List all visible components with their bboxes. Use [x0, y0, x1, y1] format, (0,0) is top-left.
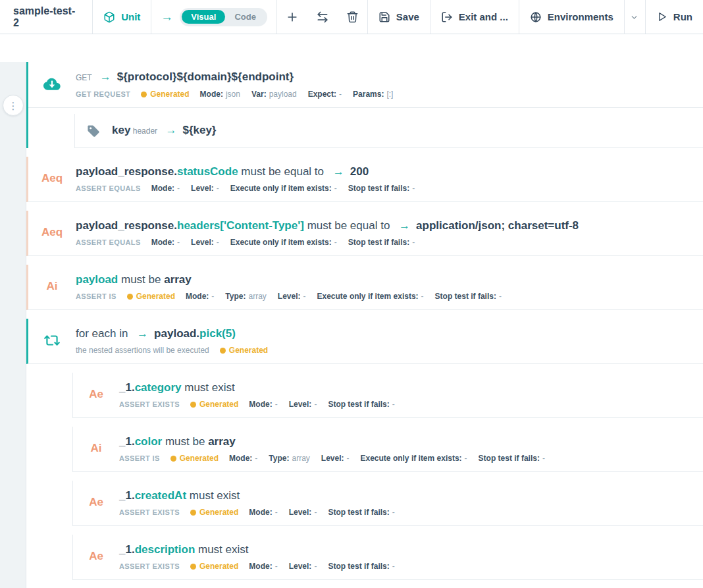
- step-type-caption: ASSERT IS: [76, 292, 117, 300]
- step-assert-is-color[interactable]: Ai _1.color must be array ASSERT IS Gene…: [72, 427, 703, 472]
- assert-badge: Ae: [89, 388, 103, 401]
- step-get-request[interactable]: GET →${protocol}${domain}${endpoint} GET…: [26, 62, 703, 148]
- meta-item: Stop test if fails:-: [328, 562, 394, 571]
- step-content: _1.createdAt must exist ASSERT EXISTS Ge…: [119, 488, 703, 517]
- get-request-row[interactable]: GET →${protocol}${domain}${endpoint} GET…: [28, 62, 703, 108]
- more-options-button[interactable]: ⋮: [3, 95, 24, 116]
- environments-button[interactable]: Environments: [519, 0, 624, 34]
- step-type-caption: ASSERT EQUALS: [76, 184, 141, 192]
- step-type-caption: ASSERT IS: [119, 454, 160, 462]
- chevron-down-icon: [630, 13, 638, 22]
- step-title: key header →${key}: [112, 122, 703, 139]
- step-type-caption: GET REQUEST: [76, 90, 130, 98]
- plus-icon: [286, 11, 299, 24]
- meta-item: Mode:-: [249, 400, 277, 409]
- step-type-caption: ASSERT EXISTS: [119, 508, 180, 516]
- step-title: _1.category must exist: [119, 380, 703, 396]
- assert-badge: Ai: [91, 442, 102, 455]
- delete-button[interactable]: [338, 0, 367, 34]
- step-for-each[interactable]: for each in →payload.pick(5) the nested …: [26, 319, 703, 364]
- meta-item: Var:payload: [251, 90, 297, 99]
- meta-item: Expect:-: [308, 90, 342, 99]
- generated-badge: Generated: [190, 508, 238, 517]
- generated-dot-icon: [190, 564, 196, 570]
- assert-badge: Ae: [89, 496, 103, 509]
- step-key-header[interactable]: key header →${key}: [74, 114, 703, 148]
- meta-item: Mode:-: [151, 238, 180, 247]
- cloud-download-icon: [42, 74, 62, 94]
- meta-item: Execute only if item exists:-: [317, 292, 424, 301]
- step-content: key header →${key}: [112, 122, 703, 139]
- step-title: for each in →payload.pick(5): [76, 326, 703, 342]
- generated-badge: Generated: [190, 400, 238, 409]
- add-component-button[interactable]: [277, 0, 307, 34]
- meta-item: Level:-: [191, 184, 219, 193]
- exit-button[interactable]: Exit and ...: [430, 0, 519, 34]
- step-meta: the nested assertions will be executed G…: [76, 346, 703, 355]
- badge-column: [28, 69, 76, 99]
- step-title: _1.color must be array: [119, 434, 703, 450]
- trash-icon: [346, 11, 359, 23]
- step-assert-exists-createdat[interactable]: Ae _1.createdAt must exist ASSERT EXISTS…: [72, 481, 703, 526]
- step-content: GET →${protocol}${domain}${endpoint} GET…: [76, 69, 703, 99]
- badge-column: Ae: [73, 380, 119, 409]
- step-assert-is-payload[interactable]: Ai payload must be array ASSERT IS Gener…: [26, 265, 703, 310]
- meta-item: Mode:-: [249, 562, 277, 571]
- step-type-caption: ASSERT EQUALS: [76, 238, 141, 246]
- generated-badge: Generated: [220, 346, 268, 355]
- meta-item: Execute only if item exists:-: [230, 184, 337, 193]
- meta-item: Stop test if fails:-: [435, 292, 502, 301]
- run-button[interactable]: Run: [646, 0, 703, 34]
- step-type-caption: ASSERT EXISTS: [119, 562, 180, 570]
- unit-button[interactable]: Unit: [93, 0, 151, 34]
- badge-column: Aeq: [28, 164, 76, 193]
- assert-badge: Ai: [47, 280, 58, 293]
- environments-dropdown-button[interactable]: [624, 0, 645, 34]
- meta-item: Level:-: [321, 454, 350, 463]
- reorder-button[interactable]: [307, 0, 338, 34]
- steps-list: GET →${protocol}${domain}${endpoint} GET…: [26, 62, 703, 588]
- meta-item: Type:array: [269, 454, 309, 463]
- arrow-icon: →: [151, 0, 176, 34]
- meta-item: Execute only if item exists:-: [361, 454, 467, 463]
- generated-badge: Generated: [170, 454, 219, 463]
- meta-item: Mode:-: [229, 454, 257, 463]
- meta-item: Mode:-: [249, 508, 277, 517]
- step-assert-equals-content-type[interactable]: Aeq payload_response.headers['Content-Ty…: [26, 211, 703, 256]
- assert-badge: Aeq: [41, 226, 63, 239]
- meta-item: Stop test if fails:-: [479, 454, 545, 463]
- swap-arrows-icon: [316, 11, 329, 24]
- loop-repeat-icon: [43, 332, 61, 349]
- badge-column: Ai: [73, 434, 119, 463]
- step-content: _1.category must exist ASSERT EXISTS Gen…: [119, 380, 703, 409]
- exit-icon: [441, 11, 453, 23]
- step-assert-equals-status[interactable]: Aeq payload_response.statusCode must be …: [26, 157, 703, 202]
- step-content: payload_response.statusCode must be equa…: [76, 164, 703, 193]
- generated-dot-icon: [170, 456, 176, 462]
- step-assert-exists-description[interactable]: Ae _1.description must exist ASSERT EXIS…: [72, 535, 703, 580]
- badge-column: Ai: [28, 272, 76, 301]
- step-meta: ASSERT IS Generated Mode:-Type:arrayLeve…: [76, 292, 703, 301]
- step-assert-exists-category[interactable]: Ae _1.category must exist ASSERT EXISTS …: [72, 373, 703, 418]
- unit-box-icon: [103, 11, 115, 23]
- step-meta: ASSERT EXISTS Generated Mode:-Level:-Sto…: [119, 400, 703, 409]
- badge-column: Ae: [73, 542, 119, 571]
- meta-item: Stop test if fails:-: [348, 238, 415, 247]
- badge-column: Ae: [73, 488, 119, 517]
- tab-code[interactable]: Code: [225, 10, 265, 24]
- step-title: _1.description must exist: [119, 542, 703, 558]
- step-content: _1.color must be array ASSERT IS Generat…: [119, 434, 703, 463]
- step-meta: ASSERT EXISTS Generated Mode:-Level:-Sto…: [119, 508, 703, 517]
- generated-dot-icon: [141, 92, 147, 97]
- meta-item: Execute only if item exists:-: [230, 238, 337, 247]
- save-floppy-icon: [378, 11, 390, 23]
- tab-visual[interactable]: Visual: [182, 10, 225, 24]
- assert-badge: Ae: [89, 550, 103, 563]
- save-button[interactable]: Save: [368, 0, 430, 34]
- step-content: payload must be array ASSERT IS Generate…: [76, 272, 703, 301]
- generated-dot-icon: [220, 348, 226, 354]
- meta-item: Mode:-: [151, 184, 180, 193]
- meta-item: Type:array: [225, 292, 266, 301]
- generated-badge: Generated: [190, 562, 238, 571]
- meta-item: Level:-: [289, 400, 317, 409]
